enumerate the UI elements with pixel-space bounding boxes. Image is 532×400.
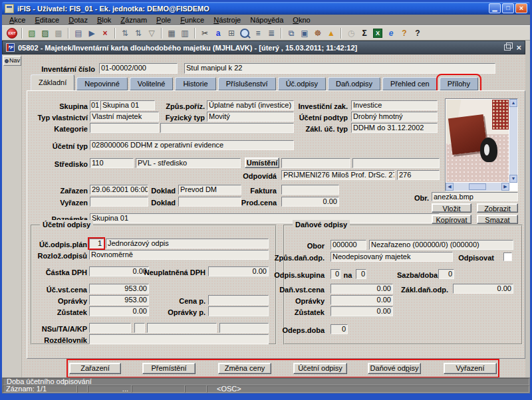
uc-odpis-plan-code-field[interactable]: 1 — [89, 239, 104, 249]
dan-opravky-field[interactable]: 0.00 — [331, 295, 393, 305]
poznamka-field[interactable]: Skupina 01 — [90, 213, 440, 223]
cut-icon[interactable]: ✂ — [199, 27, 211, 39]
filter-icon[interactable]: ▽ — [146, 27, 158, 39]
action-button-změna ceny[interactable]: Změna ceny — [218, 363, 271, 374]
inv-zak-field[interactable]: Investice — [351, 100, 438, 110]
execute-query-icon[interactable]: ▶ — [86, 27, 98, 39]
opravky-p-field[interactable] — [208, 306, 269, 316]
photo-horizontal-scrollbar[interactable]: ◀ ▶ — [446, 183, 509, 191]
cena-p-field[interactable] — [208, 295, 269, 305]
menu-item-blok[interactable]: Blok — [92, 15, 116, 25]
stredisko-code-field[interactable]: 110 — [90, 158, 134, 168]
action-button-vyřazení[interactable]: Vyřazení — [444, 363, 497, 374]
umisteni-field-2[interactable] — [352, 158, 440, 168]
menu-item-nástroje[interactable]: Nástroje — [209, 15, 245, 25]
prism-icon[interactable]: ▲ — [325, 27, 337, 39]
umisteni-field-1[interactable] — [281, 158, 350, 168]
sort-desc-icon[interactable]: ⇅ — [132, 27, 144, 39]
zakl-uc-typ-field[interactable]: DDHM do 31.12.2002 — [351, 123, 438, 133]
odeps-doba-field[interactable]: 0 — [331, 324, 348, 334]
vlozit-button[interactable]: Vložit — [432, 203, 471, 213]
obor-code-field[interactable]: 000000 — [331, 240, 366, 250]
neuplatnena-dph-field[interactable]: 0.00 — [208, 266, 269, 276]
menu-item-akce[interactable]: Akce — [5, 15, 30, 25]
scroll-down-icon[interactable]: ▼ — [509, 175, 517, 183]
sazba-doba-field[interactable]: 0 — [438, 269, 454, 279]
help-icon[interactable]: ? — [412, 27, 424, 39]
odpovida-field[interactable]: PRIJMENI276 Miloš Prof. DrSc. 276 276 — [281, 170, 395, 180]
menu-item-dotaz[interactable]: Dotaz — [64, 15, 92, 25]
action-button-zařazení[interactable]: Zařazení — [69, 363, 121, 374]
list-values-icon[interactable]: ≡ — [252, 27, 264, 39]
stredisko-name-field[interactable]: PVL - středisko — [136, 158, 241, 168]
tab-úč.odpisy[interactable]: Úč.odpisy — [278, 77, 326, 90]
paste-icon[interactable]: a — [212, 27, 224, 39]
rozloz-odpisu-field[interactable]: Rovnoměrně — [89, 250, 269, 260]
commit-record-icon[interactable]: ▨ — [39, 27, 51, 39]
cancel-query-icon[interactable]: × — [99, 27, 111, 39]
zarazen-datum-field[interactable]: 29.06.2001 06:00:01 — [90, 185, 148, 195]
tree-icon[interactable]: ≣ — [265, 27, 277, 39]
menu-item-pole[interactable]: Pole — [152, 15, 176, 25]
close-button-icon[interactable]: × — [515, 3, 527, 13]
umisteni-button[interactable]: Umístění — [245, 157, 279, 168]
zakl-dan-odp-field[interactable]: 0.00 — [453, 284, 513, 294]
excel-icon[interactable]: X — [373, 29, 382, 38]
tab-příslušenství[interactable]: Příslušenství — [218, 77, 276, 90]
skupina-code-field[interactable]: 01 — [90, 100, 100, 110]
tab-přehled cen[interactable]: Přehled cen — [382, 77, 438, 90]
zpus-dan-odp-field[interactable]: Neodepisovaný majetek — [331, 252, 453, 262]
tab-přílohy[interactable]: Přílohy — [440, 77, 478, 90]
nsu-field-3[interactable] — [147, 323, 217, 333]
maximize-button-icon[interactable]: □ — [502, 3, 514, 13]
na-field[interactable]: 0 — [356, 269, 366, 279]
action-button-přemístění[interactable]: Přemístění — [142, 363, 196, 374]
inventory-name-field[interactable]: Stul manipul k 22 — [184, 63, 495, 74]
action-button-daňové odpisy[interactable]: Daňové odpisy — [368, 363, 421, 374]
insert-record-icon[interactable]: ▧ — [26, 27, 38, 39]
delete-record-icon[interactable]: ▩ — [53, 27, 65, 39]
ucetni-podtyp-field[interactable]: Drobný hmotný — [351, 112, 438, 122]
nsu-field-2[interactable] — [134, 323, 145, 333]
tab-historie[interactable]: Historie — [175, 77, 215, 90]
obr-filename-field[interactable]: anezka.bmp — [432, 192, 518, 201]
scroll-left-icon[interactable]: ◀ — [446, 183, 454, 191]
nav-tab[interactable]: Nav — [3, 56, 21, 66]
new-window-icon[interactable]: ⧉ — [285, 27, 297, 39]
save-icon[interactable]: ▣ — [299, 27, 311, 39]
zobrazit-button[interactable]: Zobrazit — [477, 203, 518, 213]
odpisovat-checkbox[interactable] — [503, 252, 512, 261]
vyrazen-datum-field[interactable] — [90, 197, 148, 207]
prod-cena-field[interactable]: 0.00 — [281, 197, 339, 207]
rozdelovnik-field[interactable] — [89, 334, 269, 344]
context-help-icon[interactable]: ? — [398, 27, 410, 39]
scroll-right-icon[interactable]: ▶ — [501, 183, 509, 191]
mdi-close-icon[interactable]: × — [516, 43, 521, 52]
kopirovat-button[interactable]: Kopírovat — [432, 215, 471, 224]
browser-icon[interactable]: e — [385, 27, 397, 39]
ucetni-typ-field[interactable]: 028000006 DDHM z operativní evidence — [90, 140, 294, 150]
uc-odpis-plan-name-field[interactable]: Jednorázový odpis — [106, 239, 269, 249]
exit-icon[interactable]: EXIT — [7, 28, 17, 39]
smazat-button[interactable]: Smazat — [477, 215, 518, 224]
mdi-restore-icon[interactable] — [504, 45, 511, 50]
scheduler-icon[interactable]: ◷ — [345, 27, 357, 39]
action-button-účetní odpisy[interactable]: Účetní odpisy — [293, 363, 347, 374]
kategorie-code-field[interactable] — [90, 123, 159, 133]
nsu-field-1[interactable] — [89, 323, 131, 333]
enter-query-icon[interactable]: ▤ — [72, 27, 84, 39]
inventory-number-field[interactable]: 01-00002/000 — [99, 63, 178, 74]
helm-icon[interactable]: ☸ — [312, 27, 324, 39]
kategorie-name-field[interactable] — [160, 123, 294, 133]
menu-item-záznam[interactable]: Záznam — [116, 15, 152, 25]
menu-item-okno[interactable]: Okno — [288, 15, 315, 25]
copy-icon[interactable]: ⊞ — [225, 27, 237, 39]
odpovida-code-field[interactable]: 276 — [397, 170, 440, 180]
menu-item-nápověda[interactable]: Nápověda — [245, 15, 288, 25]
print-setup-icon[interactable]: ▥ — [179, 27, 191, 39]
nsu-field-4[interactable] — [219, 323, 269, 333]
sum-icon[interactable]: Σ — [358, 27, 370, 39]
menu-item-funkce[interactable]: Funkce — [176, 15, 209, 25]
dan-vst-cena-field[interactable]: 0.00 — [331, 284, 393, 294]
uc-vst-cena-field[interactable]: 953.00 — [89, 284, 149, 294]
